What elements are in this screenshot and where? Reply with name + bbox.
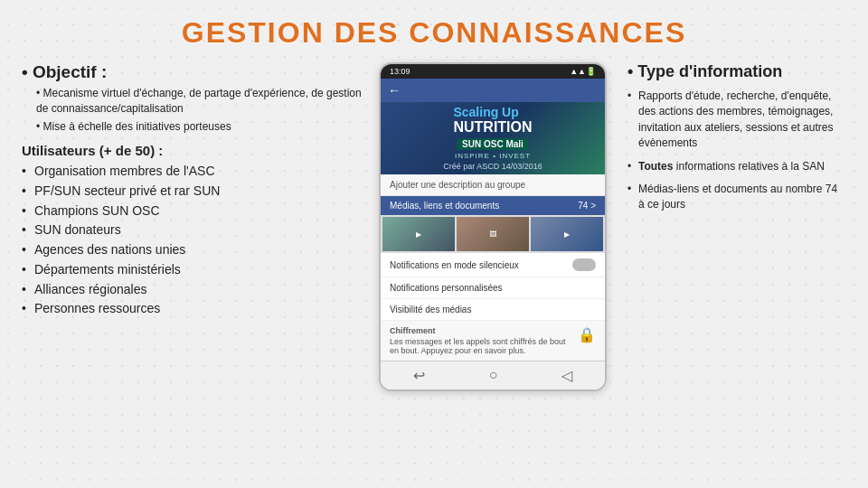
page-container: GESTION DES CONNAISSANCES • Objectif : M…	[0, 0, 868, 488]
left-column: • Objectif : Mecanisme virtuel d'échange…	[22, 62, 365, 475]
phone-description-label[interactable]: Ajouter une description au groupe	[381, 174, 605, 196]
notifications-personnalisees-row[interactable]: Notifications personnalisées	[381, 277, 605, 299]
phone-status-bar: 13:09 ▲▲🔋	[381, 64, 605, 79]
phone-chiffrement: Chiffrement Les messages et les appels s…	[381, 321, 605, 361]
user-list: Organisation membres de l'ASC PF/SUN sec…	[22, 162, 365, 319]
media-count[interactable]: 74 >	[578, 201, 596, 211]
list-item: SUN donateurs	[22, 221, 365, 240]
phone-nav-bar: ←	[381, 79, 605, 102]
right-bullet-3: Médias-liens et documents au nombre 74 à…	[627, 182, 846, 213]
phone-section-header: Médias, liens et documents 74 >	[381, 196, 605, 215]
content-row: • Objectif : Mecanisme virtuel d'échange…	[22, 62, 846, 475]
list-item: Champions SUN OSC	[22, 202, 365, 221]
list-item: Agences des nations unies	[22, 240, 365, 260]
informations-label: informations relatives à la SAN	[676, 160, 825, 173]
media-cell-1: ▶	[382, 217, 455, 251]
bottom-nav-recents[interactable]: ◁	[561, 367, 572, 384]
right-bullet-2: Toutes informations relatives à la SAN	[627, 159, 846, 174]
visibilite-label: Visibilité des médias	[390, 305, 471, 314]
chiffrement-title: Chiffrement	[390, 326, 572, 335]
right-column: • Type d'information Rapports d'étude, r…	[620, 62, 846, 475]
lock-icon: 🔒	[578, 326, 596, 343]
back-arrow-icon[interactable]: ←	[388, 83, 401, 98]
visibilite-row[interactable]: Visibilité des médias	[381, 299, 605, 321]
list-item: PF/SUN secteur privé et rar SUN	[22, 182, 365, 202]
page-title: GESTION DES CONNAISSANCES	[22, 16, 846, 50]
phone-bottom-nav: ↩ ○ ◁	[381, 361, 605, 389]
toutes-label: Toutes	[638, 160, 673, 173]
bottom-nav-home[interactable]: ○	[489, 367, 498, 384]
phone-frame: 13:09 ▲▲🔋 ← Scaling Up NUTRITION SUN OSC…	[379, 62, 607, 391]
notifications-silencieuses-toggle[interactable]	[572, 258, 596, 271]
list-item: Organisation membres de l'ASC	[22, 162, 365, 182]
phone-hero-logo: Scaling Up NUTRITION	[453, 106, 532, 136]
utilisateurs-title: Utilisateurs (+ de 50) :	[22, 143, 365, 158]
hero-logo-line1: Scaling Up	[453, 105, 518, 119]
type-info-title: • Type d'information	[627, 62, 846, 81]
notifications-personnalisees-label: Notifications personnalisées	[390, 283, 503, 293]
chiffrement-body: Les messages et les appels sont chiffrés…	[390, 337, 572, 355]
media-section-label: Médias, liens et documents	[390, 201, 499, 211]
notifications-silencieuses-row: Notifications en mode silencieux	[381, 253, 605, 277]
phone-media-grid: ▶ 🖼 ▶	[381, 215, 605, 253]
phone-hero-org: SUN OSC Mali	[457, 138, 529, 150]
media-cell-3: ▶	[531, 217, 603, 251]
phone-hero: Scaling Up NUTRITION SUN OSC Mali INSPIR…	[381, 102, 605, 174]
objectif-sub-2: Mise à échelle des initiatives porteuses	[36, 119, 365, 135]
list-item: Alliances régionales	[22, 280, 365, 300]
bullet-objectif: •	[22, 62, 33, 81]
phone-hero-date: Créé par ASCD 14/03/2016	[443, 162, 542, 171]
right-bullet-1: Rapports d'étude, recherche, d'enquête, …	[627, 89, 846, 152]
list-item: Départements ministériels	[22, 260, 365, 280]
phone-status-icons: ▲▲🔋	[570, 67, 596, 76]
phone-screenshot: 13:09 ▲▲🔋 ← Scaling Up NUTRITION SUN OSC…	[374, 62, 611, 475]
objectif-sub-1: Mecanisme virtuel d'échange, de partage …	[36, 86, 365, 117]
phone-hero-tagline: INSPIRE • INVEST	[455, 152, 531, 160]
notifications-silencieuses-label: Notifications en mode silencieux	[390, 260, 519, 270]
objectif-title: • Objectif :	[22, 62, 365, 82]
bullet-type: •	[627, 62, 637, 80]
bottom-nav-back[interactable]: ↩	[413, 367, 425, 384]
list-item: Personnes ressources	[22, 299, 365, 319]
chiffrement-text-block: Chiffrement Les messages et les appels s…	[390, 326, 572, 355]
phone-time: 13:09	[390, 67, 410, 76]
hero-logo-line2: NUTRITION	[453, 119, 532, 135]
media-cell-2: 🖼	[457, 217, 529, 251]
